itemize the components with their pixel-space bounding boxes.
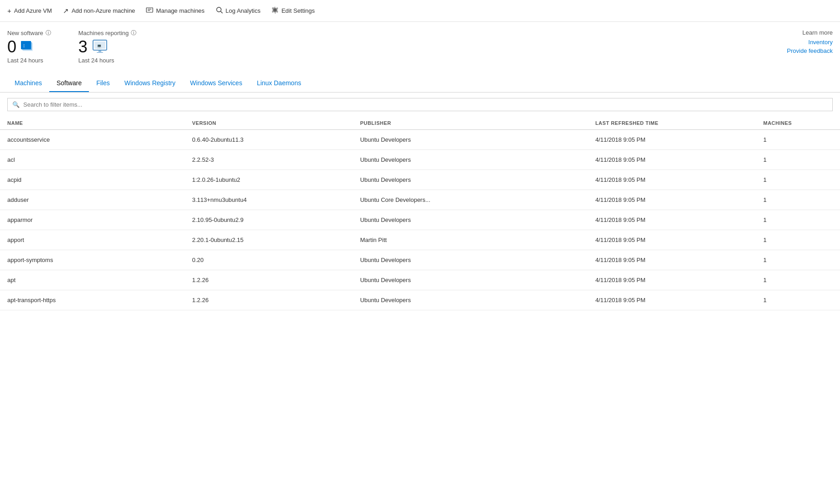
cell-refreshed: 4/11/2018 9:05 PM bbox=[588, 190, 756, 210]
new-software-value-row: 0  bbox=[7, 39, 51, 55]
svg-rect-11 bbox=[99, 50, 101, 52]
table-row[interactable]: accountsservice 0.6.40-2ubuntu11.3 Ubunt… bbox=[0, 130, 840, 150]
cell-refreshed: 4/11/2018 9:05 PM bbox=[588, 150, 756, 170]
cell-name: apport-symptoms bbox=[0, 250, 185, 270]
cell-machines: 1 bbox=[756, 290, 840, 310]
cell-version: 2.20.1-0ubuntu2.15 bbox=[185, 230, 353, 250]
cell-name: accountsservice bbox=[0, 130, 185, 150]
cell-publisher: Ubuntu Developers bbox=[353, 130, 588, 150]
learn-more-label: Learn more bbox=[751, 29, 833, 36]
svg-text:💻: 💻 bbox=[97, 43, 102, 49]
cell-machines: 1 bbox=[756, 190, 840, 210]
machines-reporting-info-icon[interactable]: ⓘ bbox=[131, 29, 136, 37]
add-non-azure-button[interactable]: ↗ Add non-Azure machine bbox=[63, 5, 135, 17]
log-analytics-button[interactable]: Log Analytics bbox=[216, 5, 261, 17]
cell-refreshed: 4/11/2018 9:05 PM bbox=[588, 170, 756, 190]
tab-windows-services[interactable]: Windows Services bbox=[183, 75, 249, 92]
cell-version: 2.2.52-3 bbox=[185, 150, 353, 170]
cell-name: adduser bbox=[0, 190, 185, 210]
cell-name: acl bbox=[0, 150, 185, 170]
svg-rect-0 bbox=[146, 8, 153, 12]
right-sidebar: Learn more Inventory Provide feedback bbox=[751, 29, 833, 73]
table-row[interactable]: apt 1.2.26 Ubuntu Developers 4/11/2018 9… bbox=[0, 270, 840, 290]
inventory-link[interactable]: Inventory bbox=[751, 39, 833, 46]
col-header-version: VERSION bbox=[185, 117, 353, 130]
table-row[interactable]: apt-transport-https 1.2.26 Ubuntu Develo… bbox=[0, 290, 840, 310]
cell-publisher: Martin Pitt bbox=[353, 230, 588, 250]
cell-name: acpid bbox=[0, 170, 185, 190]
search-input[interactable] bbox=[23, 101, 828, 108]
machines-reporting-value-row: 3 💻 bbox=[78, 39, 137, 55]
external-link-icon: ↗ bbox=[63, 7, 69, 15]
cell-refreshed: 4/11/2018 9:05 PM bbox=[588, 290, 756, 310]
cell-publisher: Ubuntu Developers bbox=[353, 270, 588, 290]
cell-version: 0.6.40-2ubuntu11.3 bbox=[185, 130, 353, 150]
cell-version: 2.10.95-0ubuntu2.9 bbox=[185, 210, 353, 230]
cell-publisher: Ubuntu Developers bbox=[353, 250, 588, 270]
col-header-name: NAME bbox=[0, 117, 185, 130]
tab-software[interactable]: Software bbox=[49, 75, 89, 92]
cell-refreshed: 4/11/2018 9:05 PM bbox=[588, 210, 756, 230]
cell-machines: 1 bbox=[756, 130, 840, 150]
cell-machines: 1 bbox=[756, 210, 840, 230]
cell-machines: 1 bbox=[756, 270, 840, 290]
machines-reporting-sublabel: Last 24 hours bbox=[78, 57, 137, 64]
table-row[interactable]: apparmor 2.10.95-0ubuntu2.9 Ubuntu Devel… bbox=[0, 210, 840, 230]
edit-settings-button[interactable]: Edit Settings bbox=[271, 5, 315, 17]
cell-publisher: Ubuntu Core Developers... bbox=[353, 190, 588, 210]
table-row[interactable]: adduser 3.113+nmu3ubuntu4 Ubuntu Core De… bbox=[0, 190, 840, 210]
cell-refreshed: 4/11/2018 9:05 PM bbox=[588, 230, 756, 250]
manage-machines-button[interactable]: Manage machines bbox=[146, 5, 204, 17]
gear-icon bbox=[271, 6, 279, 15]
manage-machines-label: Manage machines bbox=[156, 7, 204, 14]
svg-point-3 bbox=[217, 7, 221, 12]
search-box: 🔍 bbox=[7, 98, 833, 111]
tab-windows-registry[interactable]: Windows Registry bbox=[117, 75, 183, 92]
software-table: NAME VERSION PUBLISHER LAST REFRESHED TI… bbox=[0, 117, 840, 310]
cell-version: 1.2.26 bbox=[185, 270, 353, 290]
svg-line-4 bbox=[221, 11, 223, 13]
cell-machines: 1 bbox=[756, 230, 840, 250]
stats-area: New software ⓘ 0  Last 24 hours bbox=[7, 29, 751, 73]
new-software-info-icon[interactable]: ⓘ bbox=[46, 29, 51, 37]
toolbar: + Add Azure VM ↗ Add non-Azure machine M… bbox=[0, 0, 840, 22]
plus-icon: + bbox=[7, 7, 11, 15]
table-row[interactable]: acl 2.2.52-3 Ubuntu Developers 4/11/2018… bbox=[0, 150, 840, 170]
new-software-count: 0 bbox=[7, 39, 16, 55]
cell-name: apport bbox=[0, 230, 185, 250]
cell-refreshed: 4/11/2018 9:05 PM bbox=[588, 130, 756, 150]
cell-publisher: Ubuntu Developers bbox=[353, 210, 588, 230]
stats-row: New software ⓘ 0  Last 24 hours bbox=[7, 29, 751, 64]
machines-reporting-label: Machines reporting ⓘ bbox=[78, 29, 137, 37]
cell-name: apparmor bbox=[0, 210, 185, 230]
cell-version: 1:2.0.26-1ubuntu2 bbox=[185, 170, 353, 190]
cell-publisher: Ubuntu Developers bbox=[353, 150, 588, 170]
svg-rect-7 bbox=[21, 41, 31, 49]
new-software-label: New software ⓘ bbox=[7, 29, 51, 37]
provide-feedback-link[interactable]: Provide feedback bbox=[751, 47, 833, 54]
new-software-stat: New software ⓘ 0  Last 24 hours bbox=[7, 29, 51, 64]
table-row[interactable]: apport-symptoms 0.20 Ubuntu Developers 4… bbox=[0, 250, 840, 270]
tab-machines[interactable]: Machines bbox=[7, 75, 49, 92]
tabs-container: Machines Software Files Windows Registry… bbox=[0, 75, 840, 93]
tab-linux-daemons[interactable]: Linux Daemons bbox=[249, 75, 308, 92]
add-non-azure-label: Add non-Azure machine bbox=[72, 7, 135, 14]
new-software-sublabel: Last 24 hours bbox=[7, 57, 51, 64]
search-container: 🔍 bbox=[0, 93, 840, 117]
table-row[interactable]: acpid 1:2.0.26-1ubuntu2 Ubuntu Developer… bbox=[0, 170, 840, 190]
tab-files[interactable]: Files bbox=[89, 75, 117, 92]
table-row[interactable]: apport 2.20.1-0ubuntu2.15 Martin Pitt 4/… bbox=[0, 230, 840, 250]
cell-refreshed: 4/11/2018 9:05 PM bbox=[588, 270, 756, 290]
analytics-icon bbox=[216, 6, 223, 15]
cell-machines: 1 bbox=[756, 250, 840, 270]
cell-name: apt bbox=[0, 270, 185, 290]
cell-publisher: Ubuntu Developers bbox=[353, 170, 588, 190]
machines-reporting-count: 3 bbox=[78, 39, 88, 55]
add-azure-vm-button[interactable]: + Add Azure VM bbox=[7, 5, 52, 16]
svg-rect-12 bbox=[97, 52, 103, 53]
cell-version: 1.2.26 bbox=[185, 290, 353, 310]
cell-version: 0.20 bbox=[185, 250, 353, 270]
cell-machines: 1 bbox=[756, 170, 840, 190]
table-header: NAME VERSION PUBLISHER LAST REFRESHED TI… bbox=[0, 117, 840, 130]
log-analytics-label: Log Analytics bbox=[226, 7, 261, 14]
